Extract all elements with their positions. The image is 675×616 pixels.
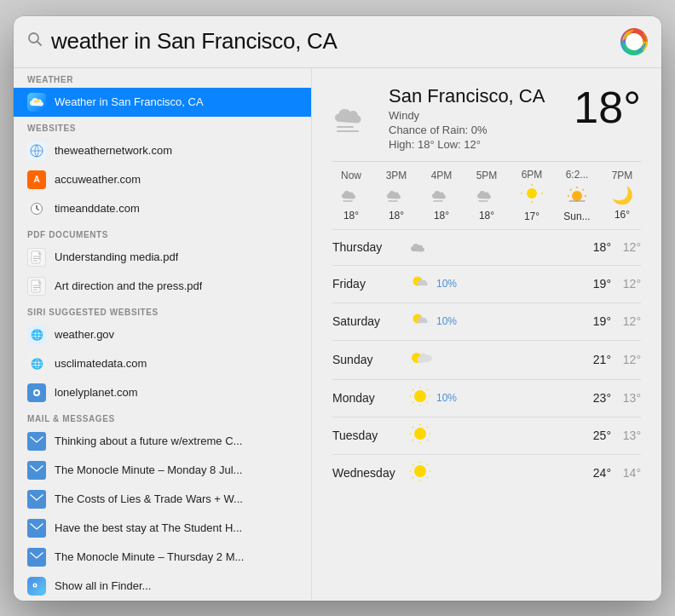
result-mail4[interactable]: Have the best stay at The Student H... [14, 514, 311, 543]
search-icon [27, 32, 43, 51]
weather-header: San Francisco, CA Windy Chance of Rain: … [332, 85, 641, 151]
mail-icon-2 [27, 461, 46, 480]
result-label-accuweather: accuweather.com [55, 173, 141, 186]
safari-icon[interactable] [620, 28, 648, 55]
clock-icon [27, 199, 46, 218]
svg-point-52 [414, 390, 426, 402]
result-accuweather[interactable]: A accuweather.com [14, 165, 311, 194]
mail-icon-4 [27, 519, 46, 538]
result-mail1[interactable]: Thinking about a future w/extreme C... [14, 427, 311, 456]
hour-temp-sunset: Sun... [563, 210, 590, 222]
result-label-showall: Show all in Finder... [55, 579, 151, 592]
day-icon-monday [409, 387, 431, 410]
day-name-thursday: Thursday [332, 240, 409, 254]
result-usclimate[interactable]: 🌐 usclimatedata.com [14, 349, 311, 378]
daily-row-friday: Friday 10% 19° 12° [332, 265, 641, 302]
svg-line-69 [427, 440, 428, 440]
day-icon-area-thursday [409, 237, 577, 258]
day-icon-area-tuesday [409, 424, 577, 447]
hour-icon-5pm [476, 185, 497, 206]
hour-label-6pm: 6PM [522, 169, 543, 181]
day-high-friday: 19° [577, 277, 611, 291]
hour-cell-sunset: 6:2... Sun... [558, 169, 596, 222]
svg-point-70 [414, 465, 426, 477]
hourly-row: Now 18° 3PM [332, 161, 641, 229]
hour-label-sunset: 6:2... [566, 169, 589, 181]
main-content: WEATHER Weather in San Francisco, CA WEB… [14, 68, 661, 601]
day-icon-friday [409, 273, 431, 296]
day-icon-area-monday: 10% [409, 387, 577, 410]
result-pdf2[interactable]: Art direction and the press.pdf [14, 272, 311, 301]
svg-marker-4 [633, 35, 636, 42]
result-mail5[interactable]: The Monocle Minute – Thursday 2 M... [14, 543, 311, 572]
hour-cell-7pm: 7PM 🌙 16° [603, 170, 641, 221]
day-icon-area-sunday [409, 348, 577, 372]
hour-icon-now [341, 185, 361, 206]
hour-temp-6pm: 17° [524, 210, 539, 222]
weather-meta: San Francisco, CA Windy Chance of Rain: … [389, 85, 545, 151]
svg-point-2 [620, 28, 648, 55]
svg-point-6 [633, 40, 636, 43]
result-label-usclimate: usclimatedata.com [55, 357, 147, 370]
weather-wind-icon [332, 95, 375, 145]
day-low-thursday: 12° [611, 240, 641, 254]
weather-result-selected[interactable]: Weather in San Francisco, CA [14, 88, 311, 117]
day-icon-area-wednesday [409, 462, 577, 485]
section-header-mail: MAIL & MESSAGES [14, 407, 311, 427]
weather-city: San Francisco, CA [389, 85, 545, 107]
result-mail2[interactable]: The Monocle Minute – Monday 8 Jul... [14, 456, 311, 485]
result-label-pdf1: Understanding media.pdf [55, 250, 178, 263]
siri-icon-2: 🌐 [27, 354, 46, 373]
result-weathernetwork[interactable]: theweathernetwork.com [14, 136, 311, 165]
day-name-wednesday: Wednesday [332, 466, 409, 480]
weather-temp-main: 18° [574, 85, 641, 130]
section-header-siri: SIRI SUGGESTED WEBSITES [14, 301, 311, 320]
day-name-friday: Friday [332, 277, 409, 291]
globe-icon-1 [27, 141, 46, 160]
finder-icon [27, 577, 46, 596]
hour-temp-4pm: 18° [434, 210, 449, 222]
day-icon-saturday [409, 310, 431, 333]
svg-point-30 [34, 584, 36, 586]
result-label-weathernetwork: theweathernetwork.com [55, 144, 172, 157]
hour-temp-now: 18° [343, 210, 359, 222]
result-label-lonelyplanet: lonelyplanet.com [55, 386, 138, 399]
svg-line-46 [570, 189, 572, 191]
svg-point-42 [572, 191, 582, 201]
day-high-sunday: 21° [577, 353, 611, 366]
result-label-mail1: Thinking about a future w/extreme C... [55, 435, 242, 447]
day-low-friday: 12° [611, 277, 641, 291]
day-precip-saturday: 10% [436, 315, 457, 327]
svg-line-58 [427, 389, 428, 390]
result-lonelyplanet[interactable]: lonelyplanet.com [14, 378, 311, 407]
svg-line-60 [427, 402, 428, 403]
svg-line-75 [412, 464, 413, 465]
result-label-weathergov: weather.gov [55, 328, 114, 341]
search-input[interactable] [51, 28, 612, 55]
result-timeanddate[interactable]: timeanddate.com [14, 194, 311, 223]
day-icon-thursday [409, 237, 431, 258]
daily-row-saturday: Saturday 10% 19° 12° [332, 302, 641, 340]
result-weathergov[interactable]: 🌐 weather.gov [14, 320, 311, 349]
svg-line-68 [412, 440, 413, 440]
result-showall[interactable]: Show all in Finder... [14, 572, 311, 601]
weather-location-block: San Francisco, CA Windy Chance of Rain: … [332, 85, 545, 151]
day-icon-area-saturday: 10% [409, 310, 577, 333]
day-icon-area-friday: 10% [409, 273, 577, 296]
pdf-icon-1 [27, 248, 46, 267]
svg-line-67 [427, 427, 428, 428]
weather-cloud-icon [27, 93, 46, 112]
hour-icon-3pm [386, 185, 407, 206]
svg-point-3 [626, 33, 643, 50]
day-name-sunday: Sunday [332, 353, 409, 366]
result-pdf1[interactable]: Understanding media.pdf [14, 243, 311, 272]
result-mail3[interactable]: The Costs of Lies & Trade Wars + W... [14, 485, 311, 514]
accuweather-icon: A [27, 170, 46, 189]
day-high-wednesday: 24° [577, 466, 611, 480]
hour-cell-5pm: 5PM 18° [468, 170, 505, 222]
mail-icon-5 [27, 548, 46, 567]
hour-cell-6pm: 6PM 17° [513, 169, 551, 222]
hour-label-4pm: 4PM [431, 170, 453, 181]
day-low-sunday: 12° [611, 353, 641, 366]
siri-icon-1: 🌐 [27, 325, 46, 344]
